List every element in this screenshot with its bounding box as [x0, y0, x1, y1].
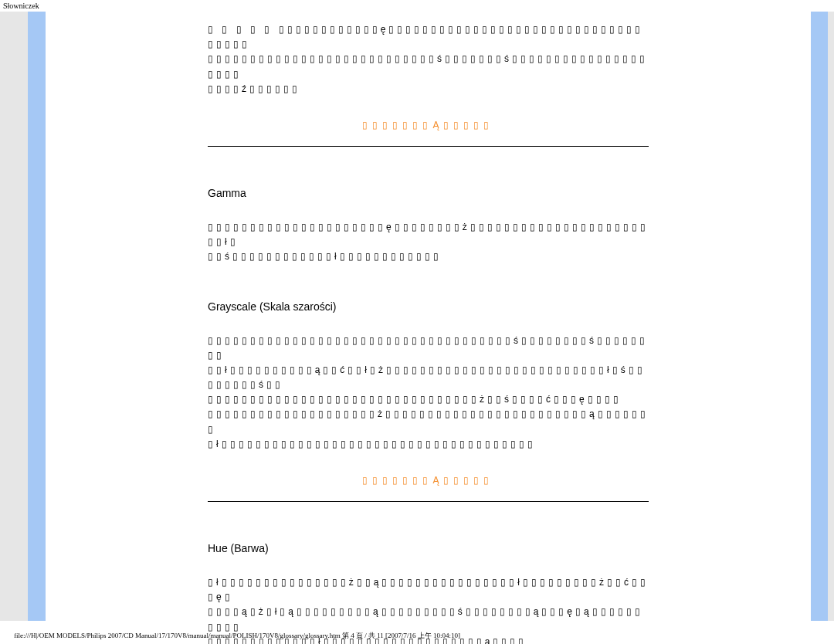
back-to-top-link-2[interactable]: ▯▯▯▯▯▯▯Ą▯▯▯▯▯ [208, 473, 649, 487]
page-title: Słowniczek [3, 2, 39, 10]
section-title-hue: Hue (Barwa) [208, 541, 649, 557]
main-container: ▯ ▯ ▯ ▯ ▯ ▯▯▯▯▯▯▯▯▯▯▯▯ę▯▯▯▯▯▯▯▯▯▯▯▯▯▯▯▯▯… [0, 12, 834, 621]
back-to-top-link-1[interactable]: ▯▯▯▯▯▯▯Ą▯▯▯▯▯ [208, 118, 649, 132]
intro-paragraph: ▯ ▯ ▯ ▯ ▯ ▯▯▯▯▯▯▯▯▯▯▯▯ę▯▯▯▯▯▯▯▯▯▯▯▯▯▯▯▯▯… [208, 22, 649, 97]
sidebar-left [0, 12, 28, 621]
divider [208, 501, 649, 502]
bluebar-right [811, 12, 828, 621]
footer-path: file:///H|/OEM MODELS/Philips 2007/CD Ma… [14, 631, 460, 641]
section-title-grayscale: Grayscale (Skala szarości) [208, 299, 649, 315]
divider [208, 146, 649, 147]
page-header: Słowniczek [0, 0, 834, 12]
bluebar-left [28, 12, 46, 621]
section-title-gamma: Gamma [208, 185, 649, 202]
gamma-body: ▯▯▯▯▯▯▯▯▯▯▯▯▯▯▯▯▯▯▯▯▯ę▯▯▯▯▯▯▯▯ż▯▯▯▯▯▯▯▯▯… [208, 220, 649, 265]
sidebar-right [828, 12, 834, 621]
content-area: ▯ ▯ ▯ ▯ ▯ ▯▯▯▯▯▯▯▯▯▯▯▯ę▯▯▯▯▯▯▯▯▯▯▯▯▯▯▯▯▯… [46, 12, 811, 621]
grayscale-body: ▯▯▯▯▯▯▯▯▯▯▯▯▯▯▯▯▯▯▯▯▯▯▯▯▯▯▯▯▯▯▯▯▯▯▯▯ś▯▯▯… [208, 334, 649, 452]
